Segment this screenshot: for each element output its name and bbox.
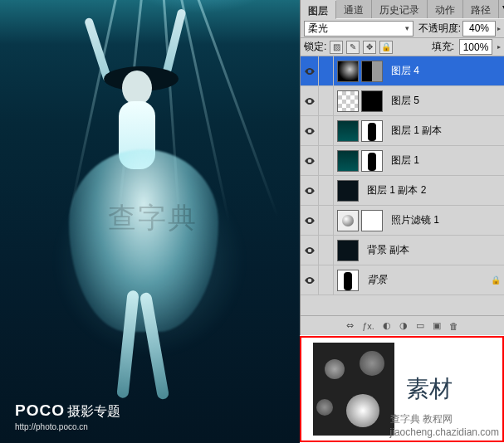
layer-row[interactable]: 图层 1 副本 2: [301, 176, 504, 206]
chevron-down-icon: ▾: [405, 24, 409, 32]
panel-footer: ⇔ ƒx. ◐ ◑ ▭ ▣ 🗑: [301, 315, 504, 335]
layer-thumbnail[interactable]: [337, 270, 359, 291]
link-cell[interactable]: [319, 236, 334, 265]
watermark-brand: POCO: [15, 402, 65, 419]
layer-thumbnail[interactable]: [337, 240, 359, 261]
opacity-flyout-icon[interactable]: ▸: [497, 25, 501, 32]
material-label: 素材: [406, 373, 453, 405]
tab-channels[interactable]: 通道: [336, 0, 372, 18]
layer-row[interactable]: 图层 5: [301, 86, 504, 116]
tab-layers[interactable]: 图层: [301, 1, 336, 19]
layer-thumbnail[interactable]: [337, 120, 359, 142]
layer-thumbnail[interactable]: [337, 90, 359, 112]
layer-name[interactable]: 背景: [367, 273, 491, 287]
link-cell[interactable]: [319, 146, 334, 176]
link-layers-icon[interactable]: ⇔: [346, 320, 354, 331]
layer-mask-icon[interactable]: ◐: [383, 320, 391, 331]
link-cell[interactable]: [319, 56, 334, 86]
lock-pixels-icon[interactable]: ✎: [346, 41, 360, 54]
visibility-toggle[interactable]: [301, 56, 319, 86]
layer-style-icon[interactable]: ƒx.: [362, 321, 374, 331]
subject-figure: [46, 25, 245, 406]
link-cell[interactable]: [319, 176, 334, 206]
layer-mask-thumbnail[interactable]: [361, 210, 383, 231]
adjustment-thumbnail[interactable]: [337, 210, 359, 231]
layer-row-background[interactable]: 背景 🔒: [301, 265, 504, 295]
lock-label: 锁定:: [304, 40, 326, 54]
layers-panel: 图层 通道 历史记录 动作 路径 ▾≡ 柔光 ▾ 不透明度: 40% ▸ 锁定:…: [300, 0, 504, 335]
fill-input[interactable]: 100%: [459, 39, 492, 55]
layer-thumbnail[interactable]: [337, 150, 359, 172]
opacity-label: 不透明度:: [418, 22, 461, 36]
layer-name[interactable]: 图层 1 副本: [391, 124, 501, 138]
fill-label: 填充:: [432, 40, 454, 54]
layer-name[interactable]: 图层 1: [391, 153, 501, 168]
visibility-toggle[interactable]: [301, 176, 319, 206]
blend-toolbar: 柔光 ▾ 不透明度: 40% ▸: [301, 18, 504, 38]
layer-name[interactable]: 背景 副本: [367, 243, 501, 257]
layer-thumbnail[interactable]: [337, 61, 359, 82]
layer-name[interactable]: 照片滤镜 1: [391, 213, 501, 227]
layer-row[interactable]: 图层 1 副本: [301, 116, 504, 146]
lock-position-icon[interactable]: ✥: [363, 41, 376, 54]
fill-flyout-icon[interactable]: ▸: [497, 43, 501, 51]
adjustment-layer-icon[interactable]: ◑: [399, 320, 408, 331]
visibility-toggle[interactable]: [301, 116, 319, 146]
visibility-toggle[interactable]: [301, 146, 319, 176]
group-icon[interactable]: ▭: [416, 320, 424, 331]
tab-history[interactable]: 历史记录: [372, 0, 428, 18]
layer-name[interactable]: 图层 4: [391, 64, 501, 78]
tab-paths[interactable]: 路径: [463, 0, 499, 18]
visibility-toggle[interactable]: [301, 86, 319, 116]
layer-row[interactable]: 背景 副本: [301, 236, 504, 265]
layer-name[interactable]: 图层 1 副本 2: [367, 183, 501, 197]
link-cell[interactable]: [319, 265, 334, 295]
layer-mask-thumbnail[interactable]: [361, 61, 383, 82]
visibility-toggle[interactable]: [301, 206, 319, 236]
layer-mask-thumbnail[interactable]: [361, 120, 383, 142]
opacity-input[interactable]: 40%: [462, 21, 496, 37]
layer-mask-thumbnail[interactable]: [361, 90, 383, 112]
visibility-toggle[interactable]: [301, 265, 319, 295]
blend-mode-value: 柔光: [308, 22, 328, 36]
link-cell[interactable]: [319, 116, 334, 146]
watermark-url: http://photo.poco.cn: [15, 422, 120, 431]
layer-row[interactable]: 图层 4: [301, 56, 504, 86]
new-layer-icon[interactable]: ▣: [433, 320, 441, 331]
layer-row[interactable]: 图层 1: [301, 146, 504, 176]
link-cell[interactable]: [319, 86, 334, 116]
layer-name[interactable]: 图层 5: [391, 94, 501, 108]
layer-row[interactable]: 照片滤镜 1: [301, 206, 504, 236]
layer-list: 图层 4 图层 5 图层 1 副本 图层 1 图层 1 副本 2: [301, 56, 504, 295]
panel-tabs: 图层 通道 历史记录 动作 路径 ▾≡: [301, 0, 504, 18]
layer-mask-thumbnail[interactable]: [361, 150, 383, 172]
main-canvas: POCO 摄影专题 http://photo.poco.cn: [0, 0, 300, 443]
material-preview: [313, 343, 394, 436]
tab-actions[interactable]: 动作: [428, 0, 463, 18]
panel-menu-icon[interactable]: ▾≡: [499, 0, 504, 18]
blend-mode-select[interactable]: 柔光 ▾: [304, 21, 413, 37]
lock-icon: 🔒: [491, 275, 501, 285]
delete-icon[interactable]: 🗑: [449, 321, 458, 331]
lock-toolbar: 锁定: ▨ ✎ ✥ 🔒 填充: 100% ▸: [301, 38, 504, 56]
visibility-toggle[interactable]: [301, 236, 319, 265]
layer-thumbnail[interactable]: [337, 180, 359, 202]
link-cell[interactable]: [319, 206, 334, 236]
lock-all-icon[interactable]: 🔒: [379, 41, 393, 54]
poco-watermark: POCO 摄影专题 http://photo.poco.cn: [15, 402, 120, 431]
watermark-title: 摄影专题: [67, 404, 120, 418]
footer-watermark: 查字典 教程网 jiaocheng.chazidian.com: [390, 412, 499, 438]
lock-transparency-icon[interactable]: ▨: [330, 41, 343, 54]
